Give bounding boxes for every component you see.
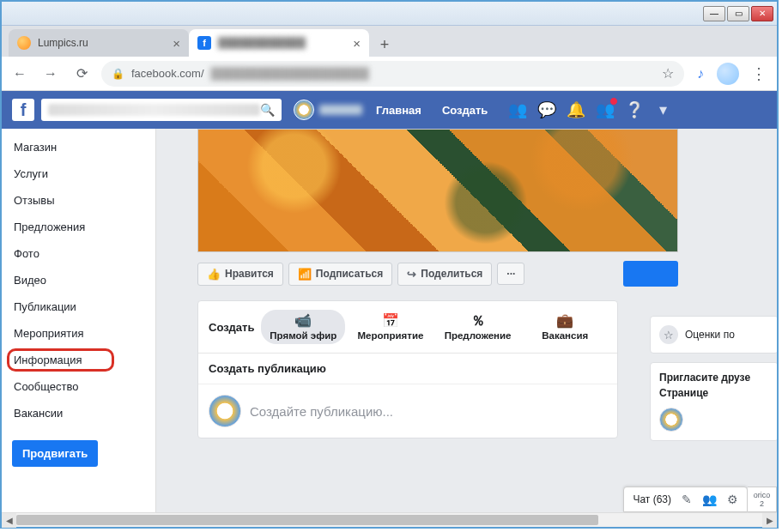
extension-icon[interactable]: ♪ (693, 66, 708, 82)
avatar (294, 100, 314, 120)
sidebar-item-services[interactable]: Услуги (2, 160, 155, 187)
camera-icon: 📹 (294, 313, 312, 329)
sidebar-item-about[interactable]: Информация (2, 347, 155, 373)
browser-menu-button[interactable]: ⋮ (748, 64, 770, 83)
search-text-blurred (48, 104, 260, 116)
browser-tab-strip: Lumpics.ru × f ████████████ × + (2, 26, 777, 57)
create-post-label: Создать публикацию (198, 354, 617, 384)
favicon-facebook: f (197, 36, 211, 50)
forward-button[interactable]: → (39, 63, 62, 85)
facebook-header: f 🔍 Главная Создать 👥 💬 🔔 👥 ❔ ▾ (2, 91, 777, 129)
reviews-widget[interactable]: ☆ Оценки по (650, 316, 777, 354)
page-content: Магазин Услуги Отзывы Предложения Фото В… (2, 129, 777, 512)
sidebar-item-events[interactable]: Мероприятия (2, 320, 155, 347)
notifications-icon[interactable]: 🔔 (567, 100, 584, 119)
username-blurred (319, 105, 362, 115)
create-offer-button[interactable]: ％Предложение (436, 310, 520, 344)
scroll-thumb[interactable] (16, 515, 598, 525)
create-live-button[interactable]: 📹Прямой эфир (261, 310, 345, 344)
sidebar-item-photos[interactable]: Фото (2, 240, 155, 267)
sidebar-item-offers[interactable]: Предложения (2, 214, 155, 240)
sidebar-item-jobs[interactable]: Вакансии (2, 400, 155, 426)
page-actions-row: 👍Нравится 📶Подписаться ↪Поделиться ··· (197, 252, 678, 295)
back-button[interactable]: ← (9, 63, 31, 85)
sidebar-item-reviews[interactable]: Отзывы (2, 187, 155, 214)
tab-title: Lumpics.ru (38, 37, 166, 49)
group-icon[interactable]: 👥 (702, 493, 717, 506)
page-main-column: 👍Нравится 📶Подписаться ↪Поделиться ··· С… (156, 129, 777, 512)
gear-icon[interactable]: ⚙ (727, 493, 738, 506)
url-host: facebook.com/ (131, 67, 204, 80)
sidebar-item-shop[interactable]: Магазин (2, 134, 155, 160)
notification-badge (609, 97, 618, 106)
lock-icon: 🔒 (112, 68, 124, 80)
create-event-button[interactable]: 📅Мероприятие (349, 310, 433, 344)
header-create-link[interactable]: Создать (435, 104, 494, 117)
window-titlebar: — ▭ ✕ (2, 2, 777, 26)
scroll-track[interactable] (16, 513, 762, 527)
page-avatar (209, 395, 241, 427)
window-close-button[interactable]: ✕ (751, 6, 773, 21)
friend-avatar (659, 408, 683, 432)
browser-tab-lumpics[interactable]: Lumpics.ru × (9, 29, 189, 57)
tab-title: ████████████ (218, 37, 346, 49)
header-icon-tray: 👥 💬 🔔 👥 ❔ ▾ (508, 100, 671, 119)
post-input-placeholder[interactable]: Создайте публикацию... (250, 404, 393, 419)
url-path-blurred: ████████████████████ (211, 67, 369, 80)
scroll-right-button[interactable]: ▶ (762, 513, 777, 528)
cover-photo[interactable] (197, 129, 678, 252)
tab-close-icon[interactable]: × (353, 36, 361, 51)
window-maximize-button[interactable]: ▭ (727, 6, 749, 21)
chat-more-tab[interactable]: orico 2 (748, 487, 777, 512)
sidebar-item-videos[interactable]: Видео (2, 267, 155, 293)
new-tab-button[interactable]: + (373, 33, 397, 57)
create-label: Создать (209, 321, 254, 334)
share-icon: ↪ (407, 268, 416, 281)
create-post-card: Создать 📹Прямой эфир 📅Мероприятие ％Предл… (197, 300, 618, 438)
invite-widget[interactable]: Пригласите друзе Странице (650, 362, 777, 441)
search-icon[interactable]: 🔍 (260, 103, 275, 117)
create-options-row: Создать 📹Прямой эфир 📅Мероприятие ％Предл… (198, 301, 617, 354)
chat-tab[interactable]: Чат (63) ✎ 👥 ⚙ (623, 487, 748, 512)
tab-close-icon[interactable]: × (173, 36, 180, 51)
messenger-icon[interactable]: 💬 (537, 100, 555, 119)
sidebar-item-posts[interactable]: Публикации (2, 293, 155, 320)
create-job-button[interactable]: 💼Вакансия (523, 310, 607, 344)
more-actions-button[interactable]: ··· (497, 263, 524, 285)
bookmark-star-icon[interactable]: ☆ (662, 65, 674, 82)
dropdown-icon[interactable]: ▾ (654, 100, 671, 119)
percent-icon: ％ (471, 313, 485, 329)
browser-toolbar: ← → ⟳ 🔒 facebook.com/ ██████████████████… (2, 57, 777, 91)
primary-cta-button[interactable] (623, 261, 678, 287)
quick-help-icon[interactable]: 👥 (596, 100, 613, 119)
header-home-link[interactable]: Главная (369, 104, 428, 117)
favicon-lumpics (17, 36, 31, 50)
profile-avatar-button[interactable] (717, 63, 739, 85)
page-right-rail: ☆ Оценки по Пригласите друзе Странице (650, 316, 777, 450)
reload-button[interactable]: ⟳ (70, 63, 93, 85)
window-minimize-button[interactable]: — (703, 6, 725, 21)
page-left-sidebar: Магазин Услуги Отзывы Предложения Фото В… (2, 129, 156, 512)
briefcase-icon: 💼 (556, 313, 573, 329)
header-profile-link[interactable] (294, 100, 362, 120)
share-button[interactable]: ↪Поделиться (397, 263, 492, 286)
calendar-icon: 📅 (382, 313, 399, 329)
follow-button[interactable]: 📶Подписаться (288, 263, 392, 286)
create-post-body[interactable]: Создайте публикацию... (198, 384, 617, 438)
scroll-left-button[interactable]: ◀ (2, 513, 16, 528)
browser-tab-facebook[interactable]: f ████████████ × (189, 29, 369, 57)
like-button[interactable]: 👍Нравится (197, 263, 283, 286)
promote-button[interactable]: Продвигать (12, 440, 98, 467)
star-outline-icon: ☆ (659, 325, 678, 344)
facebook-search-input[interactable]: 🔍 (41, 99, 282, 121)
facebook-logo[interactable]: f (12, 99, 34, 121)
friends-icon[interactable]: 👥 (508, 100, 525, 119)
horizontal-scrollbar[interactable]: ◀ ▶ (2, 512, 777, 527)
rss-icon: 📶 (298, 268, 312, 281)
chat-label: Чат (63) (633, 493, 671, 505)
thumbs-up-icon: 👍 (207, 268, 221, 281)
compose-icon[interactable]: ✎ (682, 493, 692, 506)
address-bar[interactable]: 🔒 facebook.com/ ████████████████████ ☆ (101, 61, 684, 87)
sidebar-item-community[interactable]: Сообщество (2, 373, 155, 400)
help-icon[interactable]: ❔ (625, 100, 642, 119)
